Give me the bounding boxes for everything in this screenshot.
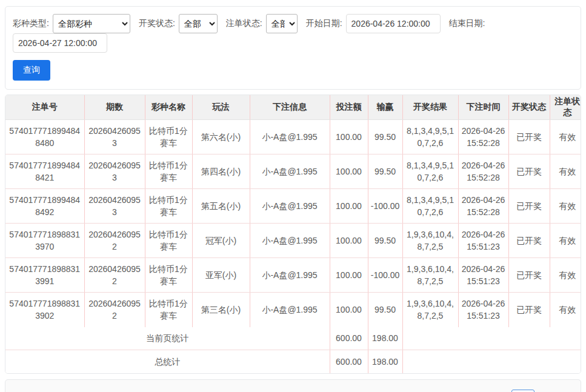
cell-result: 8,1,3,4,9,5,10,7,2,6 [402, 154, 458, 189]
cell-order-id: 5740177718994848480 [5, 120, 84, 154]
cell-amount: 100.00 [330, 189, 368, 224]
order-status-select[interactable]: 全部 [266, 14, 298, 33]
cell-result: 8,1,3,4,9,5,10,7,2,6 [402, 120, 458, 154]
summary-bet-total: 600.00 [330, 350, 368, 373]
bet-table: 注单号 期数 彩种名称 玩法 下注信息 投注额 输赢 开奖结果 下注时间 开奖状… [5, 95, 581, 373]
summary-win-total: 198.00 [368, 350, 402, 373]
filter-panel: 彩种类型: 全部彩种 开奖状态: 全部 注单状态: 全部 开始日期: 结束日期:… [5, 6, 581, 90]
cell-result: 1,9,3,6,10,4,8,7,2,5 [402, 293, 458, 327]
table-row: 5740177718994848480202604260953比特币1分赛车第六… [5, 120, 581, 154]
order-status-label: 注单状态: [226, 18, 262, 29]
cell-play: 亚军(小) [192, 258, 250, 293]
cell-order-status: 有效 [550, 293, 581, 327]
cell-lottery: 比特币1分赛车 [145, 189, 192, 224]
cell-draw-status: 已开奖 [508, 189, 550, 224]
cell-period: 202604260953 [84, 120, 145, 154]
table-row: 5740177718994848492202604260953比特币1分赛车第五… [5, 189, 581, 224]
table-row: 5740177718988313902202604260952比特币1分赛车第三… [5, 293, 581, 327]
cell-time: 2026-04-26 15:51:23 [458, 224, 508, 258]
cell-time: 2026-04-26 15:51:23 [458, 293, 508, 327]
cell-bet-info: 小-A盘@1.995 [250, 224, 330, 258]
cell-time: 2026-04-26 15:52:28 [458, 154, 508, 189]
cell-bet-info: 小-A盘@1.995 [250, 258, 330, 293]
cell-bet-info: 小-A盘@1.995 [250, 120, 330, 154]
cell-lottery: 比特币1分赛车 [145, 293, 192, 327]
cell-amount: 100.00 [330, 293, 368, 327]
summary-bet-total: 600.00 [330, 327, 368, 350]
cell-bet-info: 小-A盘@1.995 [250, 189, 330, 224]
end-date-input[interactable] [13, 33, 107, 53]
lottery-type-label: 彩种类型: [13, 18, 49, 29]
cell-draw-status: 已开奖 [508, 224, 550, 258]
header-order-id: 注单号 [5, 95, 84, 120]
header-win: 输赢 [368, 95, 402, 120]
page-jump-input[interactable] [511, 390, 534, 392]
cell-order-id: 5740177718988313970 [5, 224, 84, 258]
summary-empty [402, 327, 581, 350]
cell-amount: 100.00 [330, 120, 368, 154]
header-amount: 投注额 [330, 95, 368, 120]
cell-time: 2026-04-26 15:51:23 [458, 258, 508, 293]
cell-draw-status: 已开奖 [508, 293, 550, 327]
header-period: 期数 [84, 95, 145, 120]
cell-time: 2026-04-26 15:52:28 [458, 120, 508, 154]
cell-order-status: 有效 [550, 224, 581, 258]
header-order-status: 注单状态 [550, 95, 581, 120]
end-date-label: 结束日期: [449, 18, 485, 29]
cell-lottery: 比特币1分赛车 [145, 154, 192, 189]
cell-period: 202604260953 [84, 154, 145, 189]
pagination: 共6条 首页 上一页 [1] 下一页 第 页 跳转 [370, 390, 571, 392]
cell-lottery: 比特币1分赛车 [145, 258, 192, 293]
cell-period: 202604260952 [84, 224, 145, 258]
cell-win: 99.50 [368, 120, 402, 154]
table-header-row: 注单号 期数 彩种名称 玩法 下注信息 投注额 输赢 开奖结果 下注时间 开奖状… [5, 95, 581, 120]
header-result: 开奖结果 [402, 95, 458, 120]
start-date-label: 开始日期: [306, 18, 342, 29]
search-button[interactable]: 查询 [13, 60, 50, 81]
cell-order-id: 5740177718994848421 [5, 154, 84, 189]
cell-play: 第三名(小) [192, 293, 250, 327]
cell-order-status: 有效 [550, 258, 581, 293]
table-summary: 当前页统计 600.00 198.00 总统计 600.00 198.00 [5, 327, 581, 373]
cell-result: 1,9,3,6,10,4,8,7,2,5 [402, 224, 458, 258]
cell-win: 99.50 [368, 154, 402, 189]
header-bet-info: 下注信息 [250, 95, 330, 120]
table-row: 5740177718994848421202604260953比特币1分赛车第四… [5, 154, 581, 189]
summary-label: 总统计 [5, 350, 330, 373]
cell-amount: 100.00 [330, 258, 368, 293]
table-row: 5740177718988313970202604260952比特币1分赛车冠军… [5, 224, 581, 258]
draw-status-select[interactable]: 全部 [179, 14, 218, 33]
cell-play: 第四名(小) [192, 154, 250, 189]
cell-win: -100.00 [368, 258, 402, 293]
pagination-bar: 每页显示20条 共6条 首页 上一页 [1] 下一页 第 页 跳转 [5, 379, 581, 392]
cell-period: 202604260952 [84, 258, 145, 293]
cell-order-status: 有效 [550, 189, 581, 224]
cell-play: 第六名(小) [192, 120, 250, 154]
draw-status-label: 开奖状态: [139, 18, 175, 29]
filter-row: 彩种类型: 全部彩种 开奖状态: 全部 注单状态: 全部 开始日期: 结束日期: [13, 14, 573, 53]
cell-win: 99.50 [368, 224, 402, 258]
cell-play: 冠军(小) [192, 224, 250, 258]
cell-bet-info: 小-A盘@1.995 [250, 154, 330, 189]
cell-lottery: 比特币1分赛车 [145, 224, 192, 258]
cell-amount: 100.00 [330, 154, 368, 189]
bet-table-panel: 注单号 期数 彩种名称 玩法 下注信息 投注额 输赢 开奖结果 下注时间 开奖状… [5, 95, 581, 374]
header-play: 玩法 [192, 95, 250, 120]
table-row: 5740177718988313991202604260952比特币1分赛车亚军… [5, 258, 581, 293]
table-body: 5740177718994848480202604260953比特币1分赛车第六… [5, 120, 581, 327]
cell-amount: 100.00 [330, 224, 368, 258]
cell-win: -100.00 [368, 189, 402, 224]
cell-win: 99.50 [368, 293, 402, 327]
header-time: 下注时间 [458, 95, 508, 120]
cell-period: 202604260952 [84, 293, 145, 327]
start-date-input[interactable] [346, 14, 441, 33]
cell-play: 第五名(小) [192, 189, 250, 224]
cell-lottery: 比特币1分赛车 [145, 120, 192, 154]
header-draw-status: 开奖状态 [508, 95, 550, 120]
summary-win-total: 198.00 [368, 327, 402, 350]
lottery-type-select[interactable]: 全部彩种 [53, 14, 130, 33]
cell-draw-status: 已开奖 [508, 154, 550, 189]
cell-order-id: 5740177718988313902 [5, 293, 84, 327]
cell-bet-info: 小-A盘@1.995 [250, 293, 330, 327]
cell-period: 202604260953 [84, 189, 145, 224]
